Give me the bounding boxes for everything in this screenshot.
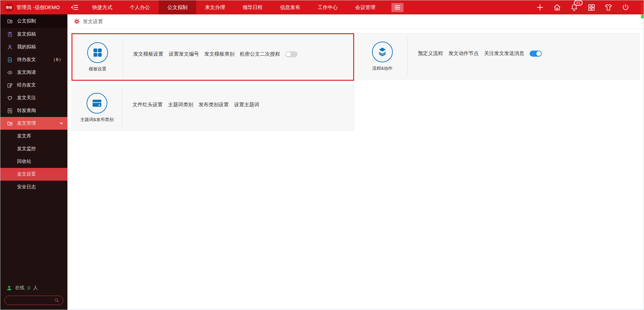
- tab-work-center[interactable]: 工作中心: [309, 0, 346, 14]
- collapse-menu-icon: [71, 3, 79, 11]
- grid-squares-icon: [87, 42, 108, 63]
- tab-document-drafting[interactable]: 公文拟制: [159, 0, 196, 14]
- sidebar-item-document-drafting[interactable]: 公文拟制: [0, 14, 67, 28]
- sidebar-subitem-recycle-bin[interactable]: 回收站: [0, 155, 67, 168]
- sidebar-subitem-document-settings[interactable]: 发文设置: [0, 168, 67, 181]
- sidebar-item-label: 发文阅读: [17, 69, 36, 75]
- app-window: 信创 管理员 -信创DEMO 快捷方式 个人办公 公文拟制 来文办理 领导日程 …: [0, 0, 644, 310]
- sidebar-subitem-document-library[interactable]: 发文库: [0, 130, 67, 142]
- file-icon: [7, 57, 13, 63]
- link-red-header-settings[interactable]: 文件红头设置: [132, 102, 163, 108]
- link-publish-category-settings[interactable]: 发布类别设置: [199, 102, 229, 108]
- link-follow-send-message[interactable]: 关注发文发送消息: [484, 50, 524, 57]
- user-icon: [7, 44, 13, 50]
- sidebar-item-draft-document[interactable]: 发文拟稿: [0, 28, 67, 41]
- folder-icon: [7, 121, 13, 126]
- eye-icon: [7, 70, 13, 75]
- online-label: 在线: [15, 285, 24, 291]
- layers-icon: [372, 42, 393, 62]
- card-icon-block: 主题词&发布类别: [72, 85, 122, 130]
- theme-skin-button[interactable]: [604, 3, 612, 11]
- card-title: 模板设置: [89, 66, 106, 72]
- confidential-second-auth-toggle[interactable]: [285, 51, 298, 57]
- search-icon[interactable]: [54, 298, 59, 303]
- chevron-down-icon: [59, 121, 63, 125]
- tab-personal-office[interactable]: 个人办公: [121, 0, 159, 14]
- tab-info-publish[interactable]: 信息发布: [271, 0, 309, 14]
- logged-in-user-label: 管理员 -信创DEMO: [16, 4, 60, 11]
- card-links: 文件红头设置 主题词类别 发布类别设置 设置主题词: [122, 85, 354, 130]
- online-count: 0: [28, 285, 30, 291]
- gear-icon: [74, 18, 80, 24]
- apps-grid-button[interactable]: [587, 3, 595, 11]
- card-template-settings: 模板设置 发文模板设置 设置发文编号 发文模板类别 机密公文二次授权: [71, 33, 354, 81]
- sidebar-subitem-label: 发文监控: [17, 146, 36, 152]
- tab-meeting-management[interactable]: 会议管理: [346, 0, 384, 14]
- toggle-knob: [536, 51, 541, 56]
- sidebar-search-input[interactable]: [8, 298, 54, 303]
- sidebar-subitem-document-monitor[interactable]: 发文监控: [0, 142, 67, 155]
- sidebar-item-document-reading[interactable]: 发文阅读: [0, 66, 67, 79]
- sidebar-item-forward-review[interactable]: 转发查阅: [0, 104, 67, 117]
- card-icon-block: 流程&动作: [357, 34, 408, 79]
- online-person-icon: [6, 285, 12, 291]
- sidebar-collapse-button[interactable]: [71, 3, 79, 11]
- link-document-template-settings[interactable]: 发文模板设置: [133, 51, 163, 57]
- card-icon-block: 模板设置: [72, 34, 123, 80]
- doc-search-icon: [7, 108, 13, 114]
- sidebar-item-label: 发文管理: [17, 120, 36, 126]
- topbar-action-icons: 21: [536, 3, 644, 11]
- pending-count-badge: （6）: [51, 57, 63, 63]
- sidebar-item-my-drafts[interactable]: 我的拟稿: [0, 41, 67, 53]
- link-set-document-number[interactable]: 设置发文编号: [169, 51, 199, 57]
- follow-send-message-toggle[interactable]: [530, 51, 542, 57]
- tab-leader-schedule[interactable]: 领导日程: [234, 0, 271, 14]
- sidebar-subitem-label: 发文库: [17, 133, 31, 139]
- sidebar-subitem-label: 回收站: [17, 159, 31, 165]
- settings-cards-grid: 模板设置 发文模板设置 设置发文编号 发文模板类别 机密公文二次授权: [67, 29, 644, 135]
- sidebar-item-label: 发文拟稿: [17, 31, 36, 37]
- link-set-keywords[interactable]: 设置主题词: [234, 102, 259, 108]
- toggle-knob: [286, 52, 291, 57]
- link-keyword-category[interactable]: 主题词类别: [168, 102, 193, 108]
- sidebar-search-box[interactable]: [4, 296, 63, 305]
- add-button[interactable]: [536, 3, 544, 11]
- breadcrumb: 发文设置: [67, 14, 644, 29]
- link-predefined-process[interactable]: 预定义流程: [418, 50, 443, 57]
- link-template-category[interactable]: 发文模板类别: [204, 51, 234, 57]
- logout-power-button[interactable]: [622, 3, 630, 11]
- notifications-button[interactable]: 21: [570, 3, 578, 11]
- sidebar-item-label: 待办发文: [17, 57, 36, 63]
- more-modules-button[interactable]: [391, 3, 404, 12]
- page-scrollbar-thumb[interactable]: [641, 2, 643, 14]
- sidebar-item-label: 公文拟制: [17, 18, 36, 24]
- sidebar-item-pending-documents[interactable]: 待办发文 （6）: [0, 53, 67, 66]
- sidebar-item-label: 转发查阅: [17, 108, 36, 114]
- card-keywords-publish-category: 主题词&发布类别 文件红头设置 主题词类别 发布类别设置 设置主题词: [71, 84, 354, 131]
- sidebar-item-label: 经办发文: [17, 82, 36, 88]
- card-title: 主题词&发布类别: [80, 117, 114, 123]
- sidebar-subitem-security-log[interactable]: 安全日志: [0, 181, 67, 193]
- card-title: 流程&动作: [372, 65, 393, 71]
- link-confidential-second-auth[interactable]: 机密公文二次授权: [240, 51, 280, 57]
- folder-doc-icon: [7, 18, 13, 24]
- sidebar-item-label: 我的拟稿: [17, 44, 36, 50]
- sidebar-subitem-label: 发文设置: [17, 171, 36, 177]
- brand-area: 信创 管理员 -信创DEMO: [0, 3, 67, 12]
- sidebar-item-handled-documents[interactable]: 经办发文: [0, 79, 67, 91]
- left-sidebar: 公文拟制 发文拟稿 我的拟稿 待办发文: [0, 14, 67, 310]
- edit-icon: [7, 82, 13, 88]
- card-process-actions: 流程&动作 预定义流程 发文动作节点 关注发文发送消息: [357, 33, 640, 79]
- home-button[interactable]: [553, 3, 561, 11]
- app-logo: 信创: [4, 3, 13, 12]
- page-title: 发文设置: [83, 18, 103, 25]
- credit-card-icon: [87, 93, 107, 114]
- sidebar-item-document-follow[interactable]: 发文关注: [0, 91, 67, 104]
- main-content: 发文设置 模板设置 发文模板设置 设置发文编号: [67, 14, 644, 310]
- module-tabs: 快捷方式 个人办公 公文拟制 来文办理 领导日程 信息发布 工作中心 会议管理: [84, 0, 384, 14]
- sidebar-item-document-management[interactable]: 发文管理: [0, 117, 67, 130]
- tab-quick-access[interactable]: 快捷方式: [84, 0, 121, 14]
- notification-count-badge: 21: [574, 0, 583, 6]
- tab-incoming-docs[interactable]: 来文办理: [196, 0, 234, 14]
- link-document-action-nodes[interactable]: 发文动作节点: [448, 50, 479, 57]
